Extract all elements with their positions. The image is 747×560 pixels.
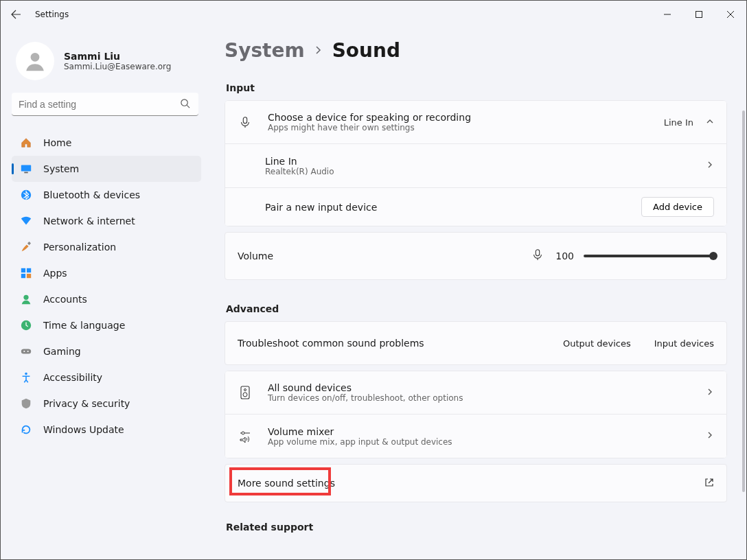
- nav-system[interactable]: System: [12, 156, 201, 182]
- microphone-icon: [238, 116, 253, 128]
- more-sound-settings[interactable]: More sound settings: [225, 464, 727, 502]
- breadcrumb: System Sound: [225, 39, 727, 62]
- apps-icon: [20, 267, 32, 279]
- svg-rect-12: [27, 268, 31, 272]
- brush-icon: [20, 241, 32, 253]
- input-device-group: Choose a device for speaking or recordin…: [225, 100, 727, 226]
- minimize-button[interactable]: [652, 3, 683, 25]
- page-title: Sound: [332, 39, 400, 62]
- svg-rect-7: [21, 165, 31, 172]
- nav-bluetooth[interactable]: Bluetooth & devices: [12, 182, 201, 208]
- maximize-button[interactable]: [683, 3, 715, 25]
- home-icon: [20, 137, 32, 149]
- slider-knob[interactable]: [709, 252, 717, 260]
- system-icon: [20, 163, 32, 175]
- svg-rect-11: [21, 268, 25, 272]
- svg-point-27: [242, 432, 244, 434]
- chevron-up-icon: [706, 117, 714, 128]
- open-external-icon: [704, 477, 714, 490]
- scrollbar-thumb[interactable]: [742, 110, 745, 492]
- back-icon[interactable]: [10, 9, 21, 20]
- card-title: More sound settings: [238, 478, 689, 489]
- nav-label: Privacy & security: [43, 398, 130, 409]
- nav-label: Bluetooth & devices: [43, 189, 140, 200]
- volume-value: 100: [553, 250, 574, 261]
- chevron-right-icon: [706, 161, 714, 171]
- nav-label: Home: [43, 137, 71, 148]
- chevron-right-icon: [706, 431, 714, 441]
- output-devices-link[interactable]: Output devices: [563, 338, 631, 349]
- nav-time[interactable]: Time & language: [12, 312, 201, 338]
- nav-update[interactable]: Windows Update: [12, 417, 201, 443]
- volume-slider[interactable]: [584, 255, 714, 257]
- nav-label: Time & language: [43, 320, 125, 331]
- close-button[interactable]: [715, 3, 746, 25]
- nav-accessibility[interactable]: Accessibility: [12, 364, 201, 390]
- svg-point-15: [23, 295, 28, 300]
- troubleshoot-sound: Troubleshoot common sound problems Outpu…: [225, 321, 727, 365]
- choose-input-device[interactable]: Choose a device for speaking or recordin…: [225, 100, 727, 144]
- accessibility-icon: [20, 371, 32, 384]
- nav-label: Gaming: [43, 346, 81, 357]
- section-input: Input: [226, 82, 727, 93]
- nav-label: Apps: [43, 268, 67, 279]
- card-subtitle: Realtek(R) Audio: [265, 167, 691, 176]
- nav-gaming[interactable]: Gaming: [12, 338, 201, 364]
- volume-mixer[interactable]: Volume mixer App volume mix, app input &…: [225, 415, 727, 458]
- svg-rect-10: [27, 242, 31, 245]
- nav-label: Accessibility: [43, 372, 102, 383]
- card-title: All sound devices: [268, 382, 691, 393]
- speaker-icon: [238, 386, 253, 399]
- add-device-button[interactable]: Add device: [641, 197, 714, 217]
- svg-point-4: [31, 53, 40, 62]
- nav-home[interactable]: Home: [12, 130, 201, 156]
- svg-point-19: [27, 351, 29, 352]
- nav-network[interactable]: Network & internet: [12, 208, 201, 234]
- input-volume: Volume 100: [225, 232, 727, 280]
- nav-label: Windows Update: [43, 424, 124, 435]
- search-box[interactable]: [12, 93, 198, 116]
- nav-accounts[interactable]: Accounts: [12, 286, 201, 312]
- card-subtitle: App volume mix, app input & output devic…: [268, 437, 691, 447]
- sidebar: Sammi Liu Sammi.Liu@Easeware.org Home Sy…: [1, 28, 207, 559]
- wifi-icon: [20, 215, 32, 227]
- svg-rect-14: [27, 274, 31, 278]
- svg-rect-1: [696, 12, 702, 18]
- profile-block[interactable]: Sammi Liu Sammi.Liu@Easeware.org: [12, 36, 201, 93]
- advanced-group: All sound devices Turn devices on/off, t…: [225, 371, 727, 458]
- svg-rect-13: [21, 274, 25, 278]
- svg-line-6: [187, 105, 189, 108]
- clock-icon: [20, 319, 32, 331]
- input-devices-link[interactable]: Input devices: [654, 338, 714, 349]
- search-input[interactable]: [12, 93, 198, 116]
- svg-point-18: [23, 351, 25, 352]
- avatar: [16, 42, 54, 80]
- nav-personalization[interactable]: Personalization: [12, 234, 201, 260]
- nav-apps[interactable]: Apps: [12, 260, 201, 286]
- volume-label: Volume: [238, 250, 522, 261]
- mixer-icon: [238, 430, 253, 443]
- all-sound-devices[interactable]: All sound devices Turn devices on/off, t…: [225, 371, 727, 415]
- app-title: Settings: [35, 10, 69, 19]
- card-title: Pair a new input device: [265, 202, 626, 213]
- card-title: Troubleshoot common sound problems: [238, 338, 424, 349]
- nav-label: System: [43, 163, 79, 174]
- title-bar: Settings: [1, 1, 746, 28]
- svg-rect-21: [243, 117, 246, 124]
- microphone-icon[interactable]: [531, 248, 544, 264]
- svg-point-24: [244, 389, 246, 391]
- vertical-scrollbar[interactable]: [742, 110, 745, 554]
- nav-privacy[interactable]: Privacy & security: [12, 390, 201, 417]
- shield-icon: [20, 397, 32, 410]
- section-related: Related support: [226, 522, 727, 533]
- card-subtitle: Turn devices on/off, troubleshoot, other…: [268, 393, 691, 403]
- update-icon: [20, 423, 32, 436]
- nav-label: Personalization: [43, 242, 116, 253]
- card-subtitle: Apps might have their own settings: [268, 123, 649, 132]
- breadcrumb-parent[interactable]: System: [225, 39, 305, 62]
- device-line-in[interactable]: Line In Realtek(R) Audio: [225, 144, 727, 188]
- card-title: Choose a device for speaking or recordin…: [268, 112, 649, 123]
- svg-rect-8: [24, 172, 27, 174]
- svg-point-5: [181, 100, 187, 106]
- profile-email: Sammi.Liu@Easeware.org: [64, 62, 171, 71]
